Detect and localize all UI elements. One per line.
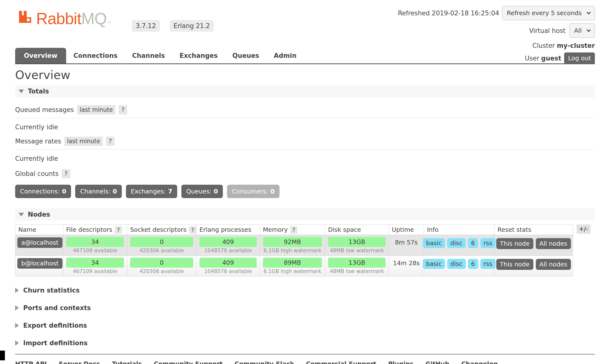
footer-link-community-support[interactable]: Community Support [154,360,223,364]
virtual-host-label: Virtual host [529,27,566,34]
reset-stats-cell: This node All nodes [495,256,573,276]
info-cell: basic disc 6 rss [424,256,495,276]
uptime-cell: 14m 28s [389,256,424,276]
count-value: 0 [214,188,218,195]
column-label: Name [18,226,36,233]
metric-block: 13GB [328,237,386,247]
help-badge[interactable]: ? [106,137,114,146]
column-header-memory: Memory? [260,225,325,235]
reset-all-nodes-button[interactable]: All nodes [536,259,571,270]
memory-cell: 89MB6.1GB high watermark [260,256,325,276]
footer-link-community-slack[interactable]: Community Slack [235,360,294,364]
node-name-badge: b@localhost [17,258,62,269]
footer-link-changelog[interactable]: Changelog [461,360,498,364]
time-window-badge[interactable]: last minute [64,137,103,146]
section-label: Export definitions [23,322,87,329]
count-label: Exchanges: [131,188,166,195]
chevron-down-icon [586,10,591,14]
tab-channels[interactable]: Channels [125,48,172,63]
metric-sub: 467109 available [65,248,125,254]
column-label: Uptime [392,226,414,233]
time-window-badge[interactable]: last minute [77,105,116,114]
version-badges: 3.7.12 Erlang 21.2 [132,20,214,32]
memory-cell: 92MB6.1GB high watermark [260,235,325,256]
help-badge[interactable]: ? [119,105,127,114]
virtual-host-select[interactable]: All [569,23,595,38]
footer-link-tutorials[interactable]: Tutorials [112,360,142,364]
disk-space-cell: 13GB48MB low watermark [325,256,389,276]
footer-link-http-api[interactable]: HTTP API [15,360,47,364]
tab-connections[interactable]: Connections [66,48,125,63]
metric-sub: 467109 available [65,268,125,275]
tab-overview[interactable]: Overview [15,48,66,63]
node-row: a@localhost 34467109 available 0420306 a… [15,235,573,256]
section-churn-statistics[interactable]: Churn statistics [15,287,595,294]
refresh-interval-select[interactable]: Refresh every 5 seconds [502,6,595,20]
triangle-right-icon [15,305,19,311]
logout-button[interactable]: Log out [564,52,595,64]
section-import-definitions[interactable]: Import definitions [15,339,595,347]
footer-link-github[interactable]: GitHub [425,360,449,364]
disk-space-cell: 13GB48MB low watermark [325,235,389,256]
count-value: 0 [113,188,117,195]
column-header-file-descriptors: File descriptors? [63,225,127,235]
screen-corner-artifact [0,351,5,360]
refreshed-timestamp: Refreshed 2019-02-18 16:25:04 [398,10,499,17]
section-label: Import definitions [23,339,88,347]
info-badge-rss: rss [480,238,496,248]
metric-sub: 1048576 available [198,268,258,275]
rabbitmq-logo[interactable]: RabbitMQ™ [15,6,111,26]
tab-exchanges[interactable]: Exchanges [172,48,225,63]
help-badge[interactable]: ? [189,226,196,234]
node-name-cell: b@localhost [15,256,63,276]
reset-all-nodes-button[interactable]: All nodes [536,238,571,249]
section-label: Churn statistics [23,287,80,294]
count-value: 0 [62,188,66,195]
help-badge[interactable]: ? [62,169,70,178]
columns-toggle-badge[interactable]: +/- [577,224,590,234]
count-badge-queues: Queues:0 [181,185,223,198]
info-badge-count: 6 [468,259,478,269]
reset-this-node-button[interactable]: This node [496,259,533,270]
user-label: User [525,55,539,62]
erlang-version-badge: Erlang 21.2 [170,20,214,32]
tab-admin[interactable]: Admin [267,48,304,63]
count-label: Connections: [20,188,60,195]
metric-sub: 6.1GB high watermark [262,248,323,254]
metric-sub: 48MB low watermark [327,268,387,275]
reset-this-node-button[interactable]: This node [496,238,533,249]
count-badge-channels: Channels:0 [75,185,122,198]
chevron-down-icon [586,28,591,32]
uptime-cell: 8m 57s [389,235,424,256]
tab-queues[interactable]: Queues [225,48,267,63]
metric-sub: 6.1GB high watermark [262,268,323,275]
section-export-definitions[interactable]: Export definitions [15,322,595,329]
global-counts-row: Global counts ? [15,169,595,178]
header: RabbitMQ™ 3.7.12 Erlang 21.2 Refreshed 2… [15,0,595,64]
section-ports-and-contexts[interactable]: Ports and contexts [15,304,595,312]
count-value: 7 [168,188,172,195]
brand-rabbit: Rabbit [36,10,81,28]
help-badge[interactable]: ? [290,226,298,234]
table-header-row: Name File descriptors? Socket descriptor… [15,225,573,235]
queued-idle-status: Currently idle [15,123,595,131]
nav-tabs: Overview Connections Channels Exchanges … [15,48,304,63]
footer-link-server-docs[interactable]: Server Docs [59,360,100,364]
column-label: Reset stats [497,226,531,233]
info-badge-count: 6 [468,238,478,248]
metric-block: 409 [199,258,257,268]
file-descriptors-cell: 34467109 available [63,256,127,276]
column-label: Disk space [328,226,361,233]
metric-sub: 420306 available [129,268,194,275]
nodes-table-wrap: Name File descriptors? Socket descriptor… [15,224,595,276]
help-badge[interactable]: ? [115,226,122,234]
totals-section-header[interactable]: Totals [15,85,595,97]
footer-link-commercial-support[interactable]: Commercial Support [306,360,376,364]
count-label: Queues: [186,188,212,195]
footer-link-plugins[interactable]: Plugins [388,360,414,364]
node-name-cell: a@localhost [15,235,63,256]
column-label: Memory [263,226,288,233]
cluster-label: Cluster [532,42,555,49]
nodes-section-header[interactable]: Nodes [15,208,595,221]
metric-sub: 420306 available [129,248,194,254]
